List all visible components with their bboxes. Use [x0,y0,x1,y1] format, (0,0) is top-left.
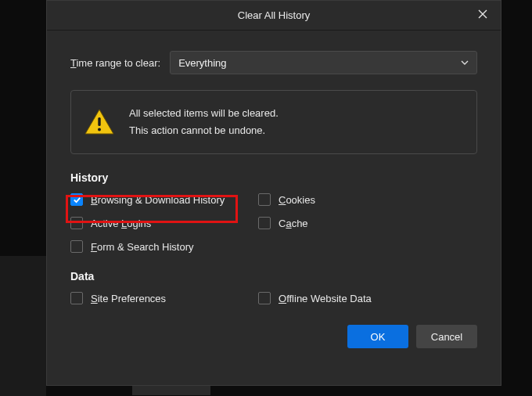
time-range-select[interactable]: Everything [170,51,477,74]
checkbox-label: Cookies [279,194,315,206]
history-options-grid: Browsing & Download History Cookies Acti… [70,193,477,253]
checkbox-label: Offline Website Data [279,293,372,304]
cancel-button[interactable]: Cancel [416,325,477,348]
background-panel [0,256,46,396]
checkbox-form-history[interactable]: Form & Search History [70,240,250,253]
data-heading: Data [70,270,477,283]
svg-rect-0 [98,117,100,126]
checkbox-browsing-history[interactable]: Browsing & Download History [70,193,250,206]
checkbox-active-logins[interactable]: Active Logins [70,217,250,229]
warning-line2: This action cannot be undone. [129,122,279,139]
dialog-button-row: OK Cancel [70,325,477,348]
time-range-label: Time range to clear: [70,57,160,69]
clear-history-dialog: Clear All History Time range to clear: E… [46,0,501,386]
checkbox-box [70,217,83,229]
checkbox-box [258,292,271,304]
warning-icon [84,108,115,136]
time-range-row: Time range to clear: Everything [70,51,477,74]
warning-box: All selected items will be cleared. This… [70,90,477,154]
checkbox-box [258,217,271,229]
checkbox-label: Cache [279,218,308,229]
time-range-value: Everything [178,57,226,69]
titlebar: Clear All History [47,1,501,31]
dialog-body: Time range to clear: Everything All sele… [47,31,501,348]
close-button[interactable] [465,1,501,27]
checkbox-box [70,292,83,304]
data-options-grid: Site Preferences Offline Website Data [70,292,477,304]
checkbox-box [70,240,83,253]
check-icon [73,196,81,204]
ok-button[interactable]: OK [347,325,408,348]
warning-text: All selected items will be cleared. This… [129,105,279,139]
svg-point-1 [98,128,101,131]
checkbox-box [70,193,83,206]
checkbox-offline-data[interactable]: Offline Website Data [258,292,477,304]
checkbox-label: Browsing & Download History [91,194,225,206]
history-heading: History [70,171,477,184]
checkbox-label: Site Preferences [91,293,166,304]
checkbox-site-preferences[interactable]: Site Preferences [70,292,250,304]
close-icon [478,9,487,19]
checkbox-label: Form & Search History [91,241,194,253]
chevron-down-icon [461,59,469,67]
checkbox-label: Active Logins [91,218,151,229]
warning-line1: All selected items will be cleared. [129,105,279,122]
checkbox-box [258,193,271,206]
background-fragment [132,386,210,395]
dialog-title: Clear All History [238,9,310,21]
checkbox-cookies[interactable]: Cookies [258,193,477,206]
checkbox-cache[interactable]: Cache [258,217,477,229]
